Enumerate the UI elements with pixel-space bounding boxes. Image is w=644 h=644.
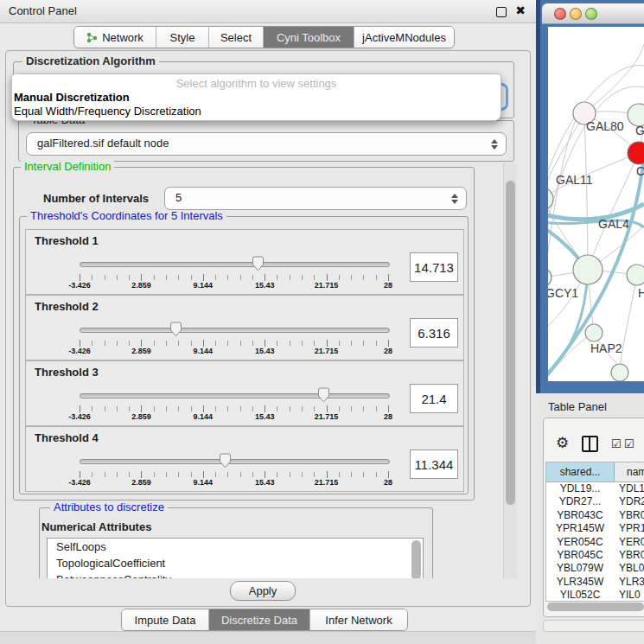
tab-select[interactable]: Select <box>209 27 264 48</box>
threshold-2-slider[interactable] <box>80 322 388 337</box>
threshold-4-value-field[interactable]: 11.344 <box>410 450 458 479</box>
slider-track[interactable] <box>80 459 390 464</box>
panel-scrollbar[interactable] <box>503 163 517 578</box>
list-item[interactable]: BetweennessCentrality <box>48 571 423 578</box>
slider-handle[interactable] <box>252 256 265 271</box>
node-bottom[interactable] <box>611 364 628 381</box>
node-hap2[interactable] <box>585 324 603 341</box>
thresholds-coordinates-title: Threshold's Coordinates for 5 Intervals <box>27 210 226 222</box>
threshold-1-slider[interactable] <box>80 256 388 271</box>
network-canvas[interactable]: GAL80 GA C GAL11 GAL4 GCY1 H HAP2 <box>548 27 644 381</box>
threshold-2-label: Threshold 2 <box>35 300 99 313</box>
threshold-4-box: Threshold 4 -3.426 2.859 9.144 15.43 21.… <box>25 426 464 492</box>
list-scrollbar[interactable] <box>411 540 421 578</box>
slider-tick-labels: -3.426 2.859 9.144 15.43 21.715 28 <box>80 281 388 291</box>
column-header-name[interactable]: name <box>615 462 644 481</box>
combo-spinner-icon <box>490 138 498 150</box>
tab-style-label: Style <box>170 31 195 44</box>
tab-network[interactable]: Network <box>74 27 156 48</box>
tab-style[interactable]: Style <box>156 27 209 48</box>
table-data-combobox[interactable]: galFiltered.sif default node <box>26 132 507 156</box>
close-icon[interactable]: ✖ <box>515 3 526 17</box>
threshold-3-box: Threshold 3 -3.426 2.859 9.144 15.43 21.… <box>25 360 464 426</box>
checkbox-icon[interactable]: ☑ <box>611 437 622 450</box>
table-row[interactable]: YDL19...YDL1 <box>546 482 644 495</box>
table-row[interactable]: YPR145WYPR1 <box>546 522 644 535</box>
threshold-1-value-field[interactable]: 14.713 <box>410 252 458 282</box>
apply-button[interactable]: Apply <box>230 581 296 601</box>
number-of-intervals-label: Number of Intervals <box>43 192 149 205</box>
tab-discretize-data-label: Discretize Data <box>221 614 297 627</box>
slider-handle[interactable] <box>169 322 182 337</box>
threshold-3-slider[interactable] <box>80 387 388 403</box>
node-h[interactable] <box>627 265 644 285</box>
table-panel-body: ⚙ ☑ ☑ shared... name YDL19...YDL1 YDR27.… <box>543 418 644 617</box>
table-row[interactable]: YIL052CYIL0 <box>546 589 644 602</box>
cyni-toolbox-pane: Discretization Algorithm Select algorith… <box>5 50 531 607</box>
slider-tick-labels: -3.426 2.859 9.144 15.43 21.715 28 <box>80 347 388 357</box>
table-panel-title: Table Panel <box>548 400 607 413</box>
table-row[interactable]: YBR045CYBR0 <box>546 549 644 562</box>
attributes-to-discretize-title: Attributes to discretize <box>50 501 168 513</box>
node-gal11[interactable] <box>548 188 553 210</box>
mac-close-button[interactable] <box>554 8 566 20</box>
table-row[interactable]: YDR27...YDR2 <box>546 495 644 508</box>
table-row[interactable]: YBR043CYBR0 <box>546 509 644 522</box>
tab-infer-network[interactable]: Infer Network <box>310 609 407 630</box>
checkbox-icon[interactable]: ☑ <box>624 437 634 450</box>
slider-ticks <box>80 406 388 411</box>
threshold-3-label: Threshold 3 <box>35 366 99 379</box>
tab-cyni-toolbox[interactable]: Cyni Toolbox <box>264 27 354 48</box>
numerical-attributes-label: Numerical Attributes <box>41 520 151 533</box>
node-red-selected[interactable] <box>628 142 644 164</box>
control-panel-tabbar: Network Style Select Cyni Toolbox jActiv… <box>73 26 455 48</box>
interval-definition-title: Interval Definition <box>21 161 114 173</box>
slider-ticks <box>80 275 388 280</box>
tab-impute-data-label: Impute Data <box>135 614 196 627</box>
thresholds-coordinates-group: Threshold's Coordinates for 5 Intervals … <box>19 216 469 494</box>
combo-spinner-icon <box>450 193 458 205</box>
split-columns-icon[interactable] <box>582 436 598 452</box>
column-header-shared-name[interactable]: shared... <box>546 462 615 481</box>
slider-track[interactable] <box>80 262 390 267</box>
panel-scrollbar-thumb[interactable] <box>506 181 515 505</box>
node-gal4[interactable] <box>573 255 603 284</box>
table-row[interactable]: YBL079WYBL0 <box>546 562 644 575</box>
slider-track[interactable] <box>80 393 390 399</box>
float-window-icon[interactable] <box>496 7 507 17</box>
slider-track[interactable] <box>80 328 390 333</box>
slider-handle[interactable] <box>219 453 232 469</box>
threshold-3-value-field[interactable]: 21.4 <box>410 384 458 413</box>
network-graph: GAL80 GA C GAL11 GAL4 GCY1 H HAP2 <box>548 27 644 381</box>
node-label-gal11: GAL11 <box>556 173 593 187</box>
number-of-intervals-combobox[interactable]: 5 <box>164 187 467 210</box>
slider-handle[interactable] <box>317 387 330 403</box>
apply-button-label: Apply <box>249 584 277 597</box>
tab-discretize-data[interactable]: Discretize Data <box>209 609 310 630</box>
right-panel: GAL80 GA C GAL11 GAL4 GCY1 H HAP2 Table … <box>536 0 644 644</box>
tab-jactivemnodules[interactable]: jActiveMNodules <box>354 27 454 48</box>
bottom-strip <box>0 631 536 644</box>
mac-minimize-button[interactable] <box>570 8 582 20</box>
table-row[interactable]: YER054CYER0 <box>546 536 644 549</box>
attributes-clip-region: Attributes to discretize Numerical Attri… <box>6 501 473 578</box>
node-gcy1[interactable] <box>548 268 552 287</box>
slider-ticks <box>80 341 388 346</box>
threshold-4-label: Threshold 4 <box>35 431 99 444</box>
slider-ticks <box>80 472 388 477</box>
algorithm-dropdown-popup: Select algorithm to view settings Manual… <box>11 73 501 121</box>
table-row[interactable]: YLR345WYLR3 <box>546 576 644 589</box>
algorithm-option-manual-discretization[interactable]: Manual Discretization <box>14 91 130 105</box>
table-horizontal-scrollbar[interactable] <box>547 603 644 611</box>
network-window-titlebar[interactable] <box>542 3 644 24</box>
mac-zoom-button[interactable] <box>585 8 597 20</box>
node-label-hap2: HAP2 <box>590 341 622 355</box>
control-panel-titlebar: Control Panel ✖ <box>0 0 536 23</box>
gear-icon[interactable]: ⚙ <box>556 434 569 451</box>
threshold-4-slider[interactable] <box>80 453 388 469</box>
list-item[interactable]: SelfLoops <box>48 539 423 555</box>
list-item[interactable]: TopologicalCoefficient <box>48 555 423 571</box>
algorithm-option-equal-width-frequency[interactable]: Equal Width/Frequency Discretization <box>14 105 201 118</box>
tab-impute-data[interactable]: Impute Data <box>122 609 209 630</box>
threshold-2-value-field[interactable]: 6.316 <box>410 318 458 348</box>
